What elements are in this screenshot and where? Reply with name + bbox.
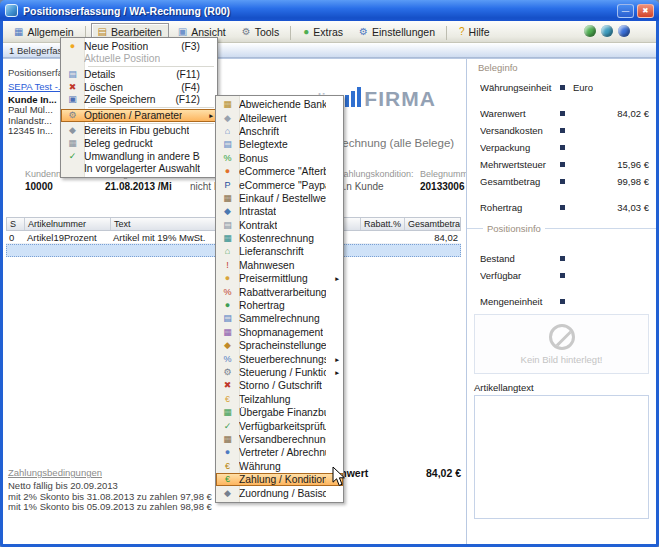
positionsinfo-rows: Bestand Verfügbar Mengeneinheit (472, 250, 651, 310)
menubar-item[interactable]: ⚙ Einstellungen (352, 23, 442, 41)
menu-item-gutter: % (216, 154, 239, 163)
submenu-item[interactable]: ▦ Shopmanagement ► (216, 326, 343, 339)
menu-item-gutter: ● (61, 42, 84, 51)
submenu-item[interactable]: P eCommerce "Paypal" ► (216, 178, 343, 191)
submenu-item-label: Storno / Gutschrift (239, 380, 322, 391)
submenu-item[interactable]: % Steuerberechnungsart ► (216, 352, 343, 365)
submenu-item[interactable]: ◆ Spracheinstellungen ► (216, 339, 343, 352)
app-window: Positionserfassung / WA-Rechnung (R00) —… (0, 0, 659, 547)
cell-s: 0 (6, 231, 24, 243)
menu-item[interactable]: Aktuelle Position ► (61, 53, 217, 66)
beleginfo-rows: Währungseinheit Euro Warenwert 84,02 € V… (472, 79, 651, 216)
menu-item-icon: ▤ (223, 314, 232, 323)
menubar-item-label: Tools (255, 26, 280, 38)
field-value[interactable]: 21.08.2013 /Mi (105, 180, 172, 193)
artikellangtext-box[interactable] (474, 395, 649, 519)
submenu-item[interactable]: ▦ Abweichende Bankverbindung ► (216, 98, 343, 111)
submenu-item[interactable]: ▤ Belegtexte ► (216, 138, 343, 151)
menu-item-shortcut: (F3) (181, 41, 208, 52)
field-indicator-square (560, 85, 565, 90)
submenu-item[interactable]: ● Vertreter / Abrechnung ► (216, 446, 343, 459)
customer-address: Paul Mül...Inlandstr...12345 In... (8, 105, 53, 137)
submenu-item-label: eCommerce "Paypal" (239, 180, 326, 191)
submenu-item[interactable]: ▦ Versandberechnung ► (216, 433, 343, 446)
menu-item-icon: ✖ (224, 381, 232, 390)
beleginfo-label: Warenwert (480, 108, 560, 119)
close-button[interactable]: ✖ (637, 4, 654, 18)
table-column-header[interactable]: Artikelnummer (25, 218, 111, 230)
submenu-item-label: Teilzahlung (239, 394, 291, 405)
submenu-item[interactable]: € Teilzahlung ► (216, 393, 343, 406)
menu-item-gutter: ◆ (216, 207, 239, 216)
menu-item[interactable]: ▣ Zeile Speichern (F12) ► (61, 93, 217, 106)
submenu-item-label: Lieferanschrift (239, 246, 304, 257)
submenu-item[interactable]: ⌂ Anschrift ► (216, 125, 343, 138)
menu-item[interactable]: ✖ Löschen (F4) ► (61, 81, 217, 94)
submenu-item[interactable]: ⚙ Steuerung / Funktionen ► (216, 366, 343, 379)
minimize-button[interactable]: — (617, 4, 634, 18)
submenu-item-label: Anschrift (239, 126, 279, 137)
submenu-item[interactable]: ● Rohertrag ► (216, 299, 343, 312)
menu-item[interactable]: ▤ Details (F11) ► (61, 68, 217, 81)
table-column-header[interactable]: S (7, 218, 25, 230)
menu-item-gutter: P (216, 181, 239, 190)
sepa-link[interactable]: SEPA Test -... (8, 81, 66, 92)
table-column-header[interactable]: Rabatt.% (361, 218, 405, 230)
submenu-item[interactable]: ◆ Intrastat ► (216, 205, 343, 218)
submenu-item[interactable]: ✖ Storno / Gutschrift ► (216, 379, 343, 392)
menu-item-gutter: % (216, 288, 239, 297)
menu-item-gutter: ⚙ (216, 368, 239, 377)
payment-lines: Netto fällig bis 20.09.2013mit 2% Skonto… (8, 481, 212, 513)
menu-item-shortcut: (F12) (175, 94, 208, 105)
submenu-item[interactable]: % Rabattverarbeitung ► (216, 285, 343, 298)
submenu-item-label: Intrastat (239, 206, 276, 217)
menubar-item[interactable]: ? Hilfe (452, 23, 497, 41)
menu-item-icon: ◆ (224, 114, 231, 123)
status-icon[interactable] (584, 25, 596, 37)
status-icon[interactable] (601, 25, 613, 37)
submenu-item[interactable]: ◆ Alteilewert ► (216, 111, 343, 124)
titlebar[interactable]: Positionserfassung / WA-Rechnung (R00) —… (0, 0, 659, 21)
positionsinfo-row: Verfügbar (472, 267, 651, 284)
logo-text: FIRMA (364, 88, 436, 109)
submenu-item[interactable]: ⌂ Lieferanschrift ► (216, 245, 343, 258)
menu-item[interactable]: ◆ Bereits in Fibu gebucht ► (61, 125, 217, 138)
submenu-item[interactable]: € Währung ► (216, 460, 343, 473)
menubar-item-label: Extras (313, 26, 343, 38)
field-value[interactable]: ...n Kunde (338, 180, 414, 193)
submenu-item[interactable]: ● eCommerce "Afterbuy" ► (216, 165, 343, 178)
field-indicator-square (560, 205, 565, 210)
menu-item-icon: ▣ (68, 95, 77, 104)
menu-item-icon: ▦ (68, 139, 77, 148)
menu-item-icon: % (223, 355, 231, 364)
field-label: Zahlungskondition: (338, 169, 414, 180)
submenu-item[interactable]: ▦ Einkauf / Bestellwesen ► (216, 192, 343, 205)
submenu-item[interactable]: ▤ Sammelrechnung ► (216, 312, 343, 325)
submenu-item[interactable]: € Zahlung / Konditionen ► (216, 473, 343, 486)
table-column-header[interactable]: Gesamtbetrag (405, 218, 460, 230)
beleginfo-label: Versandkosten (480, 125, 560, 136)
field-value[interactable]: 10000 (25, 180, 92, 193)
menu-item[interactable]: ● Neue Position (F3) ► (61, 40, 217, 53)
menu-item[interactable]: ▦ Beleg gedruckt ► (61, 137, 217, 150)
positionsinfo-label: Bestand (480, 253, 560, 264)
submenu-item[interactable]: ! Mahnwesen ► (216, 259, 343, 272)
submenu-item[interactable]: ▦ Übergabe Finanzbuchhaltung ► (216, 406, 343, 419)
menu-item-icon: ▦ (223, 435, 232, 444)
submenu-item[interactable]: ▤ Kontrakt ► (216, 219, 343, 232)
submenu-item[interactable]: ▦ Kostenrechnung ► (216, 232, 343, 245)
status-icon[interactable] (618, 25, 630, 37)
menu-item[interactable]: ✓ Umwandlung in andere Belegart möglich … (61, 150, 217, 163)
menubar-item[interactable]: ● Extras (296, 23, 350, 41)
menubar-item[interactable]: ⚙ Tools (235, 23, 286, 41)
menu-item[interactable]: In vorgelagerter Auswahltabelle verberge… (61, 162, 217, 175)
menu-item-gutter: ▦ (61, 139, 84, 148)
menu-item-label: Optionen / Parameter (84, 110, 182, 121)
beleginfo-title: Beleginfo (472, 59, 651, 73)
submenu-item[interactable]: % Bonus ► (216, 152, 343, 165)
positionsinfo-divider: Positionsinfo (467, 228, 656, 236)
submenu-item[interactable]: ✓ Verfügbarkeitsprüfung ► (216, 419, 343, 432)
menu-item[interactable]: ⚙ Optionen / Parameter ► (61, 109, 217, 122)
submenu-item[interactable]: ◆ Zuordnung / Basisdaten ► (216, 486, 343, 499)
submenu-item[interactable]: ● Preisermittlung ► (216, 272, 343, 285)
